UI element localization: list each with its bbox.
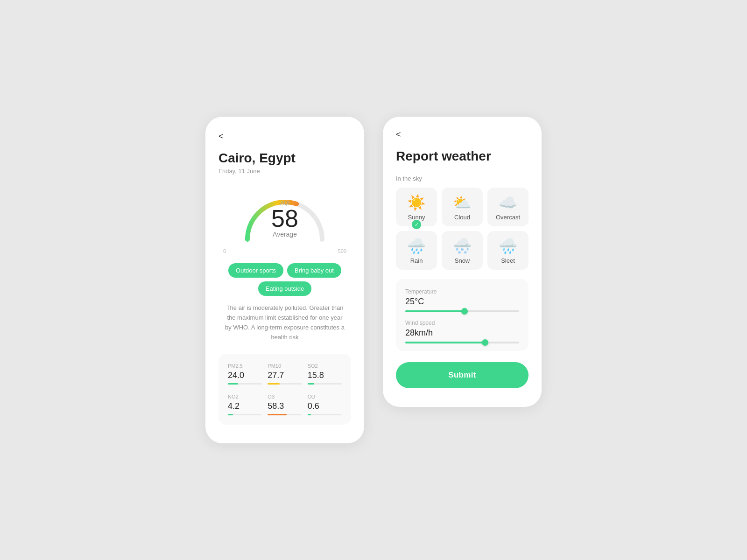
weather-option[interactable]: ☀️ Sunny ✓	[396, 188, 437, 226]
weather-icon: 🌧️	[499, 238, 517, 253]
pollutant-name: CO	[308, 394, 342, 399]
activity-tag[interactable]: Outdoor sports	[228, 263, 283, 278]
temperature-fill	[405, 310, 465, 312]
activity-tag[interactable]: Bring baby out	[287, 263, 341, 278]
temperature-track[interactable]	[405, 310, 519, 312]
weather-name: Overcast	[496, 214, 520, 221]
weather-option[interactable]: ☁️ Overcast	[487, 188, 529, 226]
right-back-button[interactable]: <	[396, 130, 401, 140]
pollutant-name: SO2	[308, 363, 342, 369]
pollutant-value: 58.3	[268, 401, 302, 411]
activity-tag[interactable]: Eating outside	[258, 281, 311, 296]
weather-name: Cloud	[454, 214, 470, 221]
pollutant-bar-fill	[308, 414, 311, 415]
pollutant-value: 27.7	[268, 371, 302, 380]
wind-fill	[405, 342, 485, 343]
pollutant-bar	[268, 414, 302, 415]
weather-icon: ☁️	[499, 195, 517, 210]
weather-option[interactable]: 🌧️ Sleet	[487, 231, 529, 270]
aqi-value: 58	[238, 206, 331, 231]
air-description: The air is moderately polluted. Greater …	[218, 303, 351, 342]
pollutant-bar-fill	[308, 383, 315, 385]
pollutant-bar-fill	[228, 383, 238, 385]
pollutant-name: PM10	[268, 363, 302, 369]
temperature-thumb[interactable]	[461, 308, 468, 315]
pollutant-value: 15.8	[308, 371, 342, 380]
wind-label: Wind speed	[405, 320, 519, 326]
city-name: Cairo, Egypt	[218, 151, 351, 166]
pollutant-value: 24.0	[228, 371, 262, 380]
pollutant-bar-fill	[268, 414, 286, 415]
weather-icon: ⛅	[453, 195, 472, 210]
aqi-gauge: AQI 58 Average	[218, 186, 351, 242]
pollutant-name: NO2	[228, 394, 262, 399]
pollutant-item: PM10 27.7	[268, 363, 302, 385]
wind-track[interactable]	[405, 342, 519, 343]
pollutant-bar	[308, 414, 342, 415]
weather-name: Sleet	[501, 257, 515, 264]
weather-option[interactable]: 🌧️ Rain	[396, 231, 437, 270]
wind-section: Wind speed 28km/h	[405, 320, 519, 343]
weather-name: Snow	[455, 257, 470, 264]
temperature-value: 25°C	[405, 297, 519, 307]
report-title: Report weather	[396, 149, 529, 164]
pollutant-name: PM2.5	[228, 363, 262, 369]
gauge-range: 0 500	[218, 248, 351, 254]
pollutant-bar	[228, 414, 262, 415]
pollutant-item: CO 0.6	[308, 394, 342, 415]
pollutant-bar	[228, 383, 262, 385]
gauge-min: 0	[223, 248, 226, 254]
pollutant-item: PM2.5 24.0	[228, 363, 262, 385]
left-phone-card: < Cairo, Egypt Friday, 11 June	[205, 117, 364, 443]
aqi-status: Average	[238, 231, 331, 238]
activity-tags: Outdoor sportsBring baby outEating outsi…	[218, 263, 351, 296]
weather-option[interactable]: 🌨️ Snow	[442, 231, 483, 270]
temperature-section: Temperature 25°C	[405, 288, 519, 312]
gauge-max: 500	[338, 248, 346, 254]
date-label: Friday, 11 June	[218, 168, 351, 175]
left-back-button[interactable]: <	[218, 132, 224, 141]
weather-icon: 🌨️	[453, 238, 472, 253]
pollutant-bar	[308, 383, 342, 385]
wind-thumb[interactable]	[482, 339, 488, 346]
app-container: < Cairo, Egypt Friday, 11 June	[187, 98, 560, 462]
pollutant-bar	[268, 383, 302, 385]
weather-icon: 🌧️	[407, 238, 426, 253]
wind-value: 28km/h	[405, 328, 519, 338]
pollutant-name: O3	[268, 394, 302, 399]
pollutant-item: SO2 15.8	[308, 363, 342, 385]
pollutants-grid: PM2.5 24.0 PM10 27.7 SO2 15.8 NO2 4.2 O3	[228, 363, 342, 415]
pollutant-bar-fill	[228, 414, 233, 415]
sky-label: In the sky	[396, 175, 529, 182]
weather-name: Rain	[410, 257, 423, 264]
pollutant-item: O3 58.3	[268, 394, 302, 415]
pollutant-value: 4.2	[228, 401, 262, 411]
sliders-card: Temperature 25°C Wind speed 28km/h	[396, 279, 529, 351]
pollutant-item: NO2 4.2	[228, 394, 262, 415]
weather-option[interactable]: ⛅ Cloud	[442, 188, 483, 226]
pollutant-value: 0.6	[308, 401, 342, 411]
selected-check: ✓	[412, 220, 421, 229]
weather-grid: ☀️ Sunny ✓ ⛅ Cloud ☁️ Overcast 🌧️ Rain 🌨…	[396, 188, 529, 270]
pollutants-card: PM2.5 24.0 PM10 27.7 SO2 15.8 NO2 4.2 O3	[218, 354, 351, 425]
right-phone-card: < Report weather In the sky ☀️ Sunny ✓ ⛅…	[383, 117, 542, 407]
pollutant-bar-fill	[268, 383, 280, 385]
temperature-label: Temperature	[405, 288, 519, 295]
submit-button[interactable]: Submit	[396, 362, 529, 388]
weather-icon: ☀️	[407, 195, 426, 210]
